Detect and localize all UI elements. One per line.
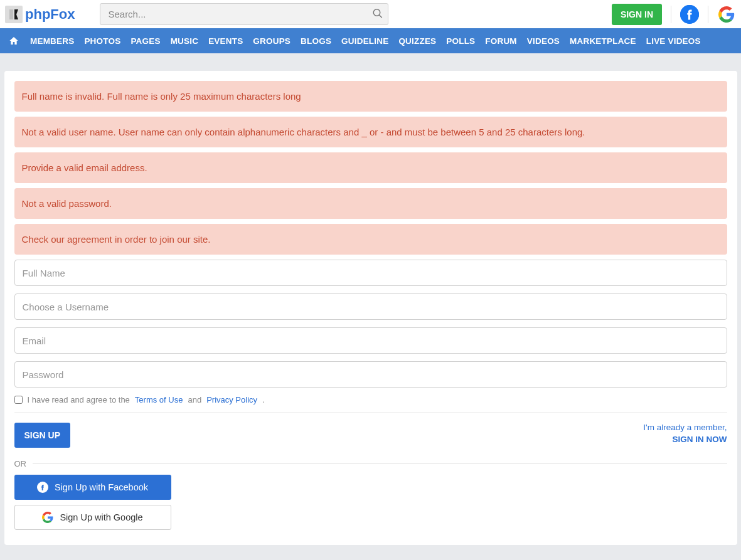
signin-now-link[interactable]: SIGN IN NOW [643,435,727,444]
or-row: OR [14,459,727,468]
home-icon [9,36,19,46]
alert-agreement: Check our agreement in order to join our… [14,224,727,255]
facebook-signup-button[interactable]: Sign Up with Facebook [14,475,171,500]
nav-guideline[interactable]: GUIDELINE [336,36,393,46]
email-input[interactable] [14,327,727,354]
nav-members[interactable]: MEMBERS [25,36,79,46]
google-signup-button[interactable]: Sign Up with Google [14,505,171,530]
topbar: phpFox SIGN IN [0,0,741,28]
already-text: I'm already a member, [643,423,727,432]
page-wrap: Full name is invalid. Full name is only … [0,53,741,552]
facebook-icon [37,482,48,493]
action-row: SIGN UP I'm already a member, SIGN IN NO… [14,423,727,448]
search-button[interactable] [372,8,383,21]
navbar: MEMBERS PHOTOS PAGES MUSIC EVENTS GROUPS… [0,28,741,53]
nav-blogs[interactable]: BLOGS [296,36,336,46]
fullname-input[interactable] [14,260,727,286]
logo-text: phpFox [25,6,75,23]
agree-suffix: . [262,395,265,404]
svg-line-1 [380,14,383,18]
signin-button[interactable]: SIGN IN [612,4,662,25]
password-input[interactable] [14,361,727,388]
divider [671,6,671,23]
facebook-signup-label: Sign Up with Facebook [55,482,148,492]
nav-pages[interactable]: PAGES [125,36,165,46]
nav-polls[interactable]: POLLS [441,36,480,46]
username-input[interactable] [14,293,727,320]
alert-password: Not a valid password. [14,188,727,219]
nav-events[interactable]: EVENTS [203,36,248,46]
google-signup-label: Sign Up with Google [60,512,142,522]
search-icon [372,8,383,19]
signup-card: Full name is invalid. Full name is only … [4,71,737,545]
nav-marketplace[interactable]: MARKETPLACE [565,36,641,46]
agree-row: I have read and agree to the Terms of Us… [14,395,727,404]
nav-photos[interactable]: PHOTOS [79,36,125,46]
agree-checkbox[interactable] [14,396,23,404]
nav-videos[interactable]: VIDEOS [522,36,565,46]
agree-prefix: I have read and agree to the [28,395,130,404]
search-box [100,3,388,25]
or-label: OR [14,459,27,468]
svg-point-0 [374,9,381,16]
agree-and: and [188,395,201,404]
logo[interactable]: phpFox [5,6,75,23]
google-login-icon[interactable] [717,5,736,24]
nav-forum[interactable]: FORUM [480,36,522,46]
divider [14,412,727,413]
google-icon [42,512,53,523]
nav-quizzes[interactable]: QUIZZES [393,36,441,46]
nav-music[interactable]: MUSIC [166,36,204,46]
divider [708,6,708,23]
nav-home[interactable] [5,36,25,46]
signup-button[interactable]: SIGN UP [14,423,71,448]
topbar-right: SIGN IN [612,4,736,25]
or-line [33,463,727,464]
facebook-login-icon[interactable] [680,5,699,24]
nav-groups[interactable]: GROUPS [248,36,296,46]
nav-live-videos[interactable]: LIVE VIDEOS [641,36,706,46]
alert-username: Not a valid user name. User name can onl… [14,117,727,147]
logo-icon [5,6,23,23]
already-member: I'm already a member, SIGN IN NOW [643,423,727,444]
alert-fullname: Full name is invalid. Full name is only … [14,81,727,112]
alert-email: Provide a valid email address. [14,152,727,183]
search-input[interactable] [100,3,388,25]
terms-link[interactable]: Terms of Use [135,395,183,404]
privacy-link[interactable]: Privacy Policy [206,395,257,404]
